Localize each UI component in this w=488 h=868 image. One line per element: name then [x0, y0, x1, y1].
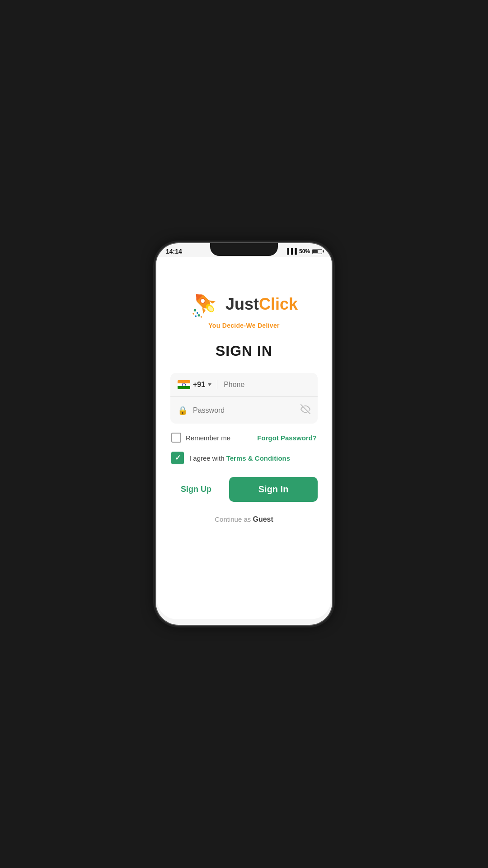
svg-point-7: [194, 309, 196, 311]
checkmark-icon: ✓: [175, 454, 181, 462]
sign-in-button[interactable]: Sign In: [229, 477, 318, 502]
svg-point-12: [201, 316, 202, 318]
phone-frame: 14:14 ▐▐▐ 50%: [156, 243, 332, 625]
form-card: +91 🔒: [170, 373, 318, 424]
brand-tagline: You Decide-We Deliver: [208, 322, 280, 329]
flag-stripe-green: [178, 386, 190, 389]
phone-input[interactable]: [224, 381, 314, 389]
guest-link[interactable]: Guest: [253, 515, 273, 523]
terms-link[interactable]: Terms & Conditions: [226, 454, 290, 462]
battery-icon: [312, 249, 322, 254]
remember-me[interactable]: Remember me: [171, 433, 230, 443]
guest-link-container: Continue as Guest: [215, 515, 273, 524]
rocket-icon: [190, 288, 222, 320]
guest-prefix: Continue as: [215, 515, 253, 523]
remember-me-checkbox[interactable]: [171, 433, 181, 443]
lock-icon: 🔒: [178, 406, 188, 415]
chevron-down-icon: [208, 383, 211, 386]
brand-name: JustClick: [225, 295, 298, 313]
country-code: +91: [193, 381, 205, 389]
phone-row: +91: [170, 373, 318, 397]
signal-icon: ▐▐▐: [285, 248, 297, 255]
brand-name-container: JustClick: [225, 295, 298, 314]
buttons-row: Sign Up Sign In: [170, 477, 318, 502]
screen: JustClick You Decide-We Deliver SIGN IN: [157, 257, 331, 619]
password-row: 🔒: [170, 397, 318, 424]
country-selector[interactable]: +91: [178, 380, 217, 389]
logo-container: JustClick: [190, 288, 298, 320]
svg-point-10: [198, 314, 200, 316]
eye-off-icon[interactable]: [300, 404, 310, 416]
battery-text: 50%: [299, 248, 310, 255]
terms-text: I agree with Terms & Conditions: [189, 454, 290, 462]
remember-me-label: Remember me: [186, 434, 230, 442]
terms-prefix: I agree with: [189, 454, 226, 462]
password-input[interactable]: [193, 406, 300, 415]
forgot-password-link[interactable]: Forgot Password?: [257, 434, 317, 442]
sign-up-button[interactable]: Sign Up: [170, 477, 222, 501]
india-flag-icon: [178, 380, 190, 389]
sign-in-title: SIGN IN: [216, 343, 272, 359]
logo-area: JustClick You Decide-We Deliver: [190, 288, 298, 329]
svg-point-8: [197, 312, 198, 314]
brand-name-accent: Click: [259, 295, 298, 313]
options-row: Remember me Forgot Password?: [170, 433, 318, 443]
status-right: ▐▐▐ 50%: [285, 248, 322, 255]
notch: [210, 243, 278, 256]
terms-row: ✓ I agree with Terms & Conditions: [170, 452, 318, 464]
svg-point-11: [195, 316, 197, 317]
svg-point-9: [192, 313, 194, 315]
terms-checkbox[interactable]: ✓: [171, 452, 184, 464]
flag-stripe-white: [178, 383, 190, 387]
status-time: 14:14: [166, 248, 182, 255]
